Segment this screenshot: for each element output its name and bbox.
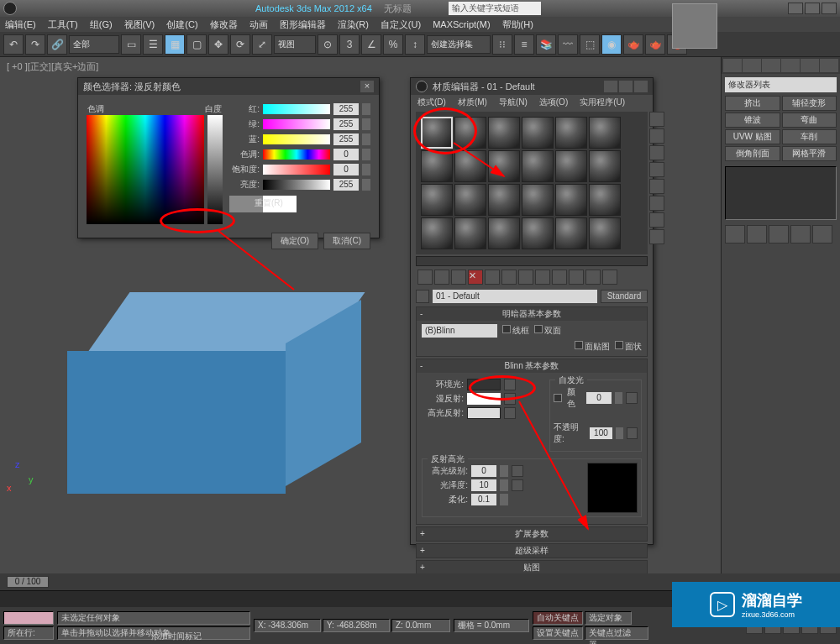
gloss-spinner[interactable] [500,479,508,491]
hue-spinner[interactable] [362,149,370,160]
me-menu-utils[interactable]: 实用程序(U) [580,97,625,108]
mod-meshsmooth[interactable]: 网格平滑 [782,146,837,161]
menu-grapheditors[interactable]: 图形编辑器 [280,18,326,31]
color-picker-close-button[interactable]: × [360,81,374,92]
setkey-button[interactable]: 设置关键点 [533,626,583,640]
pick-material-button[interactable] [416,290,429,303]
material-slot[interactable] [488,184,520,216]
material-slot[interactable] [488,117,520,149]
speclevel-input[interactable]: 0 [471,465,496,477]
ok-button[interactable]: 确定(O) [271,233,318,249]
key-selset[interactable]: 选定对象 [585,611,632,625]
go-parent-button[interactable] [585,270,601,285]
ref-coord-dropdown[interactable]: 视图 [274,35,316,54]
sample-uv-button[interactable] [649,162,664,177]
material-slot[interactable] [454,184,486,216]
undo-button[interactable]: ↶ [3,34,24,55]
material-slot[interactable] [454,150,486,182]
red-spinner[interactable] [362,103,370,115]
backlight-button[interactable] [649,128,664,144]
modify-tab[interactable] [743,59,761,72]
supersample-rollout-header[interactable]: 超级采样 [417,544,647,558]
specular-map-button[interactable] [504,407,516,419]
close-button[interactable] [822,3,837,14]
spinner-snap-button[interactable]: ↕ [405,34,425,55]
speclevel-map-button[interactable] [512,465,523,477]
shader-rollout-header[interactable]: 明暗器基本参数 [417,307,647,321]
cancel-button[interactable]: 取消(C) [323,233,370,249]
menu-create[interactable]: 创建(C) [166,18,197,31]
material-slot[interactable] [488,150,520,182]
val-spinner[interactable] [362,179,370,191]
time-slider-thumb[interactable]: 0 / 100 [7,576,49,588]
add-time-tag[interactable]: 添加时间标记 [151,631,202,642]
remove-modifier-button[interactable] [790,225,811,243]
selfillum-map-button[interactable] [626,392,638,404]
script-listener[interactable] [3,611,54,625]
show-end-button[interactable] [569,270,584,285]
preview-button[interactable] [649,196,664,211]
opacity-spinner[interactable] [616,427,623,439]
material-slot[interactable] [421,217,453,249]
rotate-button[interactable]: ⟳ [230,34,250,55]
me-maximize-button[interactable] [619,81,633,92]
diffuse-swatch[interactable] [467,393,501,405]
sat-slider[interactable] [263,165,330,175]
show-map-button[interactable] [552,270,567,285]
val-slider[interactable] [263,180,330,190]
material-slot-1[interactable] [421,117,453,149]
slots-scrollbar[interactable] [416,256,648,266]
mod-lathe[interactable]: 车削 [782,129,837,144]
named-selection-dropdown[interactable]: 创建选择集 [427,35,491,54]
maps-rollout-header[interactable]: 贴图 [417,561,647,574]
material-slot[interactable] [555,150,587,182]
selfillum-input[interactable]: 0 [586,392,611,404]
viewport-label[interactable]: [ +0 ][正交][真实+边面] [7,60,98,73]
make-unique-button[interactable] [501,270,517,285]
modifier-stack[interactable] [725,166,837,220]
green-input[interactable]: 255 [333,118,359,130]
put-to-scene-button[interactable] [434,270,449,285]
snap-button[interactable]: 3 [339,34,360,55]
ambient-map-button[interactable] [504,379,516,390]
display-tab[interactable] [801,59,819,72]
curve-editor-button[interactable]: 〰 [558,34,578,55]
material-slot[interactable] [454,217,486,249]
schematic-button[interactable]: ⬚ [580,34,600,55]
select-button[interactable]: ▭ [121,34,141,55]
sat-input[interactable]: 0 [333,164,359,175]
reset-button[interactable]: 重置(R) [255,197,283,209]
mod-uvwmap[interactable]: UVW 贴图 [725,129,780,144]
menu-rendering[interactable]: 渲染(R) [338,18,369,31]
material-name-input[interactable]: 01 - Default [433,290,597,303]
material-slot-2[interactable] [454,117,486,149]
menu-edit[interactable]: 编辑(E) [5,18,36,31]
material-slot[interactable] [589,150,621,182]
me-menu-nav[interactable]: 导航(N) [499,97,528,108]
extended-rollout-header[interactable]: 扩展参数 [417,527,647,541]
mirror-button[interactable]: ⁝⁝ [492,34,512,55]
mod-taper[interactable]: 锥波 [725,113,780,128]
red-slider[interactable] [263,104,330,114]
redo-button[interactable]: ↷ [25,34,45,55]
me-menu-mode[interactable]: 模式(D) [417,97,446,108]
material-type-button[interactable]: Standard [601,290,648,303]
material-slot[interactable] [522,150,554,182]
material-editor-button[interactable]: ◉ [601,34,622,55]
window-crossing-button[interactable]: ▢ [186,34,207,55]
wire-checkbox[interactable] [502,325,511,333]
create-tab[interactable] [723,59,742,72]
specular-swatch[interactable] [467,407,501,419]
opacity-map-button[interactable] [627,427,638,439]
material-slot[interactable] [421,150,453,182]
render-frame-button[interactable]: 🫖 [645,34,665,55]
diffuse-map-button[interactable] [504,393,516,405]
material-slot[interactable] [589,117,621,149]
render-setup-button[interactable]: 🫖 [623,34,643,55]
show-end-result-button[interactable] [747,225,767,243]
modifier-list-dropdown[interactable]: 修改器列表 [725,77,837,92]
material-slot[interactable] [555,184,587,216]
facemap-checkbox[interactable] [575,341,583,349]
menu-maxscript[interactable]: MAXScript(M) [433,19,490,29]
blue-slider[interactable] [263,134,330,144]
